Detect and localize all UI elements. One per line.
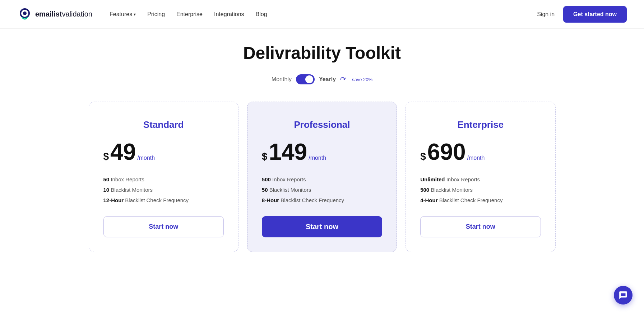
main-content: Delivrability Toolkit Monthly Yearly ↷ s… [0,29,644,274]
chat-icon [618,291,628,300]
start-now-label-standard: Start now [149,223,178,230]
get-started-button[interactable]: Get started now [563,6,627,23]
save-badge: save 20% [352,77,372,82]
logo-icon [17,7,32,22]
feature-item: 500 Inbox Reports [262,176,382,182]
price-dollar-standard: $ [103,151,109,162]
features-list-professional: 500 Inbox Reports 50 Blacklist Monitors … [262,176,382,203]
price-row-standard: $ 49 /month [103,140,224,163]
feature-item: Unlimited Inbox Reports [420,176,541,182]
price-amount-standard: 49 [110,140,136,163]
chat-fab-button[interactable] [614,286,633,305]
features-label: Features [110,11,132,18]
pricing-label: Pricing [147,11,165,17]
feature-item: 8-Hour Blacklist Check Frequency [262,197,382,203]
price-amount-professional: 149 [269,140,307,163]
price-dollar-professional: $ [262,151,268,162]
logo-link[interactable]: emailistvalidation [17,7,92,22]
start-now-label-professional: Start now [306,223,338,231]
feature-item: 50 Blacklist Monitors [262,187,382,193]
svg-point-1 [23,11,27,15]
nav-integrations-link[interactable]: Integrations [214,11,244,17]
yearly-label: Yearly [319,76,336,83]
toggle-track [296,74,315,84]
blog-label: Blog [256,11,267,17]
sign-in-label: Sign in [537,11,555,17]
price-row-enterprise: $ 690 /month [420,140,541,163]
page-title: Delivrability Toolkit [17,43,627,63]
features-list-standard: 50 Inbox Reports 10 Blacklist Monitors 1… [103,176,224,203]
nav-links: Features ▾ Pricing Enterprise Integratio… [110,11,537,18]
pricing-grid: Standard $ 49 /month 50 Inbox Reports 10… [89,102,556,252]
chevron-down-icon: ▾ [134,12,136,17]
start-now-label-enterprise: Start now [466,223,495,230]
plan-name-standard: Standard [103,119,224,130]
billing-toggle-switch[interactable] [296,74,315,84]
nav-enterprise-link[interactable]: Enterprise [176,11,203,17]
start-now-button-standard[interactable]: Start now [103,216,224,237]
plan-name-professional: Professional [262,119,382,130]
toggle-thumb [305,75,313,83]
billing-toggle: Monthly Yearly ↷ save 20% [17,74,627,84]
price-per-professional: /month [309,155,326,161]
nav-pricing-link[interactable]: Pricing [147,11,165,17]
enterprise-label: Enterprise [176,11,203,17]
nav-right: Sign in Get started now [537,6,627,23]
sign-in-link[interactable]: Sign in [537,11,555,18]
price-per-enterprise: /month [467,155,485,161]
navbar: emailistvalidation Features ▾ Pricing En… [0,0,644,29]
nav-blog-link[interactable]: Blog [256,11,267,17]
monthly-label: Monthly [272,76,292,83]
get-started-label: Get started now [573,11,617,17]
price-dollar-enterprise: $ [420,151,426,162]
start-now-button-enterprise[interactable]: Start now [420,216,541,237]
price-row-professional: $ 149 /month [262,140,382,163]
nav-features-link[interactable]: Features ▾ [110,11,136,18]
start-now-button-professional[interactable]: Start now [262,216,382,237]
plan-card-standard: Standard $ 49 /month 50 Inbox Reports 10… [89,102,238,252]
price-per-standard: /month [137,155,155,161]
plan-card-enterprise: Enterprise $ 690 /month Unlimited Inbox … [406,102,555,252]
feature-item: 500 Blacklist Monitors [420,187,541,193]
feature-item: 12-Hour Blacklist Check Frequency [103,197,224,203]
price-amount-enterprise: 690 [427,140,466,163]
integrations-label: Integrations [214,11,244,17]
plan-name-enterprise: Enterprise [420,119,541,130]
feature-item: 4-Hour Blacklist Check Frequency [420,197,541,203]
feature-item: 10 Blacklist Monitors [103,187,224,193]
feature-item: 50 Inbox Reports [103,176,224,182]
features-list-enterprise: Unlimited Inbox Reports 500 Blacklist Mo… [420,176,541,203]
plan-card-professional: Professional $ 149 /month 500 Inbox Repo… [247,102,397,252]
logo-text: emailistvalidation [35,10,92,18]
arrow-curved-icon: ↷ [339,74,347,84]
